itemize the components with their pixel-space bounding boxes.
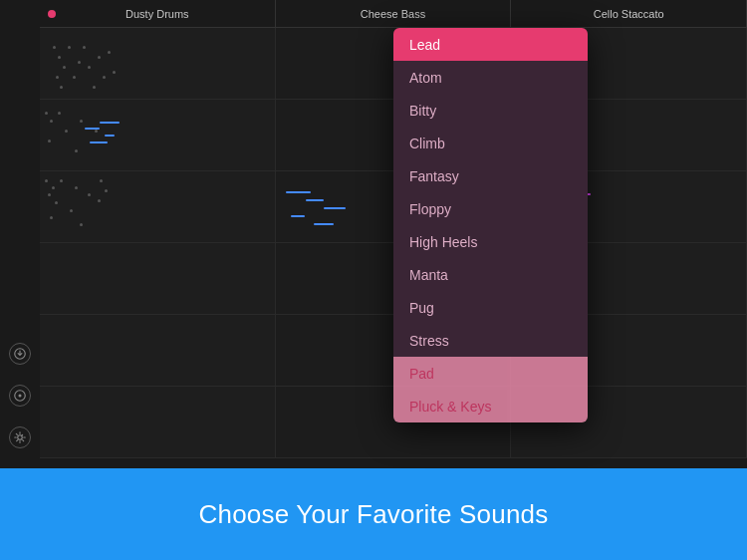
track3-label: Cello Staccato	[594, 8, 664, 20]
dropdown-item-pug[interactable]: Pug	[393, 291, 588, 324]
track1-cell4[interactable]	[40, 243, 276, 314]
track1-dot	[48, 10, 56, 18]
pattern-viz-1	[48, 36, 267, 91]
svg-point-2	[19, 395, 22, 398]
dropdown-item-bitty[interactable]: Bitty	[393, 94, 588, 127]
dropdown-item-atom[interactable]: Atom	[393, 61, 588, 94]
track2-label: Cheese Bass	[361, 8, 425, 20]
bottom-banner: Choose Your Favorite Sounds	[0, 468, 747, 560]
dropdown-item-highheels[interactable]: High Heels	[393, 225, 588, 258]
sidebar	[0, 0, 40, 468]
dropdown-section-pluck[interactable]: Pluck & Keys	[393, 390, 588, 422]
track1-cell5[interactable]	[40, 315, 276, 386]
target-icon[interactable]	[9, 385, 31, 407]
dropdown-item-manta[interactable]: Manta	[393, 258, 588, 291]
dropdown-item-lead[interactable]: Lead	[393, 28, 588, 61]
track1-label: Dusty Drums	[125, 8, 189, 20]
dropdown-item-climb[interactable]: Climb	[393, 127, 588, 159]
banner-text: Choose Your Favorite Sounds	[199, 499, 549, 530]
track3-header: Cello Staccato	[511, 0, 747, 27]
dropdown-item-stress[interactable]: Stress	[393, 324, 588, 357]
track-headers: Dusty Drums Cheese Bass Cello Staccato	[40, 0, 747, 28]
dropdown-section-pad[interactable]: Pad	[393, 357, 588, 390]
tracks-container: Dusty Drums Cheese Bass Cello Staccato	[40, 0, 747, 468]
track2-header: Cheese Bass	[276, 0, 512, 27]
track1-cell2[interactable]	[40, 100, 276, 170]
track1-header: Dusty Drums	[40, 0, 276, 27]
dropdown-item-fantasy[interactable]: Fantasy	[393, 159, 588, 192]
settings-icon[interactable]	[9, 426, 31, 448]
daw-area: Dusty Drums Cheese Bass Cello Staccato	[0, 0, 747, 468]
instrument-dropdown[interactable]: Lead Atom Bitty Climb Fantasy Floppy Hig…	[393, 28, 588, 422]
dropdown-item-floppy[interactable]: Floppy	[393, 192, 588, 225]
download-icon[interactable]	[9, 343, 31, 365]
track1-cell1[interactable]	[40, 28, 276, 99]
track1-cell6[interactable]	[40, 387, 276, 457]
track1-cell3[interactable]	[40, 171, 276, 242]
